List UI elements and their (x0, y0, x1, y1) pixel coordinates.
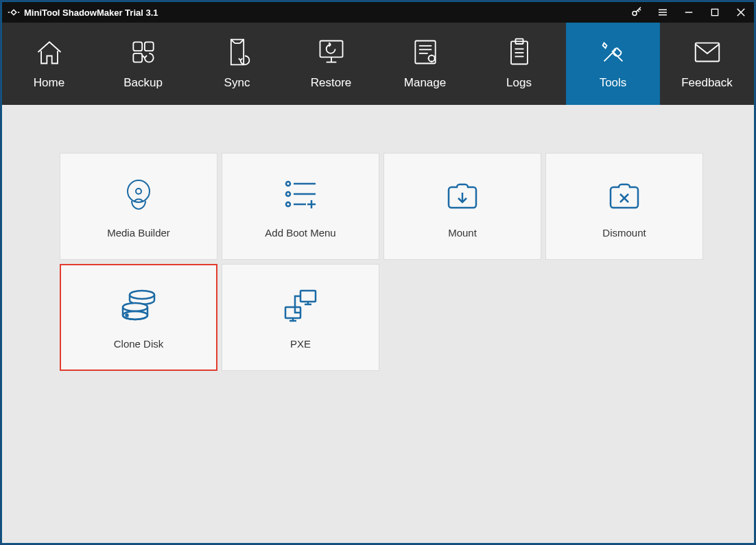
tool-label: Mount (448, 227, 477, 239)
maximize-button[interactable] (702, 2, 728, 23)
svg-rect-9 (144, 42, 153, 51)
svg-point-38 (130, 291, 154, 299)
svg-point-27 (286, 182, 290, 186)
tool-dismount[interactable]: Dismount (545, 153, 703, 260)
add-boot-menu-icon (280, 175, 321, 213)
restore-icon (315, 38, 348, 66)
tool-label: Dismount (602, 227, 646, 239)
titlebar: MiniTool ShadowMaker Trial 3.1 (2, 2, 754, 23)
svg-rect-24 (695, 43, 719, 62)
close-button[interactable] (728, 2, 754, 23)
nav-label: Sync (224, 76, 250, 90)
nav-label: Restore (311, 76, 352, 90)
nav-label: Backup (123, 76, 163, 90)
tools-icon (598, 38, 629, 66)
nav-logs[interactable]: Logs (472, 23, 566, 105)
logs-icon (506, 38, 533, 66)
tool-grid: Media Builder Add Boot Menu (60, 153, 696, 371)
nav-label: Home (34, 76, 64, 90)
tool-add-boot-menu[interactable]: Add Boot Menu (222, 153, 379, 260)
nav-backup[interactable]: Backup (96, 23, 190, 105)
tool-label: Clone Disk (114, 338, 164, 350)
svg-rect-42 (300, 291, 316, 302)
nav-restore[interactable]: Restore (284, 23, 378, 105)
nav-label: Feedback (681, 76, 733, 90)
nav-tools[interactable]: Tools (566, 23, 660, 105)
nav-label: Manage (404, 76, 446, 90)
svg-point-31 (286, 202, 290, 206)
tool-clone-disk[interactable]: Clone Disk (60, 264, 217, 371)
svg-point-39 (123, 303, 147, 311)
tool-label: Media Builder (107, 227, 170, 239)
tool-media-builder[interactable]: Media Builder (60, 153, 217, 260)
tool-label: PXE (290, 338, 311, 350)
navbar: Home Backup Sync (2, 23, 754, 105)
tool-mount[interactable]: Mount (383, 153, 541, 260)
tools-content: Media Builder Add Boot Menu (2, 105, 754, 543)
svg-point-29 (286, 192, 290, 196)
app-title: MiniTool ShadowMaker Trial 3.1 (24, 8, 158, 18)
nav-label: Logs (506, 76, 532, 90)
tool-pxe[interactable]: PXE (222, 264, 379, 371)
key-button[interactable] (624, 2, 650, 23)
svg-point-0 (633, 12, 637, 16)
minimize-button[interactable] (676, 2, 702, 23)
svg-rect-5 (711, 9, 718, 15)
menu-button[interactable] (650, 2, 676, 23)
app-logo-icon (8, 6, 20, 19)
nav-label: Tools (600, 76, 627, 90)
svg-point-41 (126, 314, 128, 316)
home-icon (34, 38, 64, 66)
mount-icon (443, 175, 482, 213)
backup-icon (128, 38, 158, 66)
sync-icon (224, 38, 251, 66)
feedback-icon (692, 38, 723, 66)
tool-label: Add Boot Menu (265, 227, 335, 239)
svg-point-26 (136, 189, 141, 194)
nav-home[interactable]: Home (2, 23, 96, 105)
nav-sync[interactable]: Sync (190, 23, 284, 105)
pxe-icon (280, 286, 321, 324)
media-builder-icon (119, 175, 158, 213)
svg-rect-8 (133, 42, 142, 51)
clone-disk-icon (117, 286, 160, 324)
svg-rect-14 (415, 41, 435, 64)
dismount-icon (605, 175, 643, 213)
svg-rect-10 (133, 53, 142, 62)
app-window: MiniTool ShadowMaker Trial 3.1 (1, 1, 755, 544)
svg-rect-11 (320, 41, 342, 58)
manage-icon (410, 38, 440, 66)
nav-manage[interactable]: Manage (378, 23, 472, 105)
nav-feedback[interactable]: Feedback (660, 23, 754, 105)
